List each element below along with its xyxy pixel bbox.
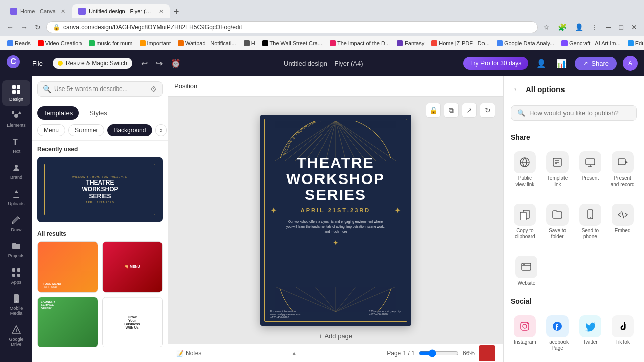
pill-menu[interactable]: Menu bbox=[37, 124, 65, 136]
present-record-btn[interactable]: Present and record bbox=[608, 147, 637, 192]
save-status-btn[interactable]: ⏰ bbox=[168, 57, 184, 70]
account-btn[interactable]: 👤 bbox=[572, 22, 586, 33]
try-pro-btn[interactable]: Try Pro for 30 days bbox=[463, 57, 529, 70]
tab-close-btn[interactable]: ✕ bbox=[61, 8, 65, 15]
bookmark-music[interactable]: music for mum bbox=[86, 39, 135, 47]
notes-btn[interactable]: 📝 Notes bbox=[176, 350, 201, 357]
bookmark-zpdf[interactable]: Home |Z-PDF - Do... bbox=[428, 39, 493, 47]
twitter-btn[interactable]: Twitter bbox=[576, 311, 605, 355]
embed-btn[interactable]: Embed bbox=[608, 200, 637, 244]
bookmark-education[interactable]: Education bbox=[625, 39, 644, 47]
canva-logo[interactable]: C bbox=[6, 55, 20, 72]
pill-more-btn[interactable]: › bbox=[155, 124, 167, 136]
browser-chrome: Home - Canva ✕ Untitled design - Flyer (… bbox=[0, 0, 644, 36]
bookmark-important[interactable]: Important bbox=[137, 39, 174, 47]
canvas-refresh-btn[interactable]: ↻ bbox=[480, 103, 495, 118]
maximize-btn[interactable]: □ bbox=[617, 22, 626, 33]
send-phone-btn[interactable]: Send to phone bbox=[576, 200, 605, 244]
design-poster[interactable]: WILSON & THOMPSON PRESENTS THEATRE WORKS… bbox=[260, 115, 411, 326]
search-input[interactable] bbox=[54, 85, 147, 93]
add-page-btn[interactable]: + Add page bbox=[319, 332, 352, 340]
sidebar-item-elements[interactable]: Elements bbox=[2, 107, 30, 132]
new-tab-btn[interactable]: + bbox=[171, 6, 182, 18]
sidebar-item-uploads[interactable]: Uploads bbox=[2, 185, 30, 210]
bookmark-wsj[interactable]: The Wall Street Cra... bbox=[259, 39, 326, 47]
magic-switch-btn[interactable]: Resize & Magic Switch bbox=[53, 58, 132, 69]
svg-point-59 bbox=[524, 264, 525, 265]
sidebar-item-mobile[interactable]: Mobile Media bbox=[2, 290, 30, 320]
canva-app: C File Resize & Magic Switch ↩ ↪ ⏰ Untit… bbox=[0, 50, 644, 362]
save-folder-btn[interactable]: Save to folder bbox=[543, 200, 572, 244]
sidebar-item-brand[interactable]: Brand bbox=[2, 159, 30, 184]
linkedin-page-btn[interactable]: in LinkedIn Page bbox=[608, 359, 637, 362]
share-btn[interactable]: ↗ Share bbox=[575, 57, 617, 70]
forward-btn[interactable]: → bbox=[18, 22, 30, 33]
linkedin-profile-btn[interactable]: in LinkedIn Profile bbox=[576, 359, 605, 362]
svg-point-58 bbox=[523, 264, 524, 265]
svg-rect-52 bbox=[520, 212, 526, 220]
template-laundry[interactable]: LAUNDRYSERVICEAgency bbox=[37, 297, 98, 347]
bookmark-reads[interactable]: Reads bbox=[4, 39, 34, 47]
file-menu[interactable]: File bbox=[28, 58, 47, 69]
sidebar-item-projects[interactable]: Projects bbox=[2, 237, 30, 262]
template-food-menu-2[interactable]: 🍕 MENU bbox=[102, 241, 163, 293]
bookmark-fantasy[interactable]: Fantasy bbox=[394, 39, 427, 47]
bookmark-video[interactable]: Video Creation bbox=[35, 39, 85, 47]
tab-styles[interactable]: Styles bbox=[83, 106, 113, 120]
filter-icon[interactable]: ⚙ bbox=[150, 85, 157, 93]
pill-summer[interactable]: Summer bbox=[68, 124, 104, 136]
sidebar-item-draw[interactable]: Draw bbox=[2, 211, 30, 236]
tab-templates[interactable]: Templates bbox=[37, 106, 79, 120]
minimize-btn[interactable]: ─ bbox=[604, 22, 614, 33]
extensions-btn[interactable]: 🧩 bbox=[555, 22, 569, 33]
recently-used-section: WILSON & THOMPSON PRESENTS THEATREWORKSH… bbox=[37, 157, 163, 222]
address-bar[interactable]: 🔒 canva.com/design/DAGHVegc8OYMuiPZH82EH… bbox=[46, 21, 538, 33]
zoom-slider[interactable] bbox=[419, 349, 459, 357]
bookmark-wattpad[interactable]: Wattpad - Notificati... bbox=[175, 39, 239, 47]
instagram-btn[interactable]: Instagram bbox=[511, 311, 539, 355]
bookmark-gencraft[interactable]: Gencraft - AI Art Im... bbox=[558, 39, 624, 47]
browser-tab-canva-home[interactable]: Home - Canva ✕ bbox=[4, 4, 71, 18]
canvas-export-btn[interactable]: ↗ bbox=[462, 103, 477, 118]
bookmark-google-data[interactable]: Google Data Analy... bbox=[494, 39, 557, 47]
template-grow-business[interactable]: GrowYourBusinessWith Us bbox=[102, 297, 163, 347]
bookmark-impact[interactable]: The impact of the D... bbox=[327, 39, 393, 47]
back-btn[interactable]: ← bbox=[4, 22, 16, 33]
facebook-story-btn[interactable]: Facebook Story bbox=[511, 359, 539, 362]
topbar-user-icon[interactable]: 👤 bbox=[534, 57, 548, 70]
refresh-btn[interactable]: ↻ bbox=[32, 22, 43, 33]
tab-close-active-btn[interactable]: ✕ bbox=[159, 8, 164, 15]
copy-clipboard-btn[interactable]: Copy to clipboard bbox=[511, 200, 539, 244]
tiktok-label: TikTok bbox=[615, 339, 630, 345]
undo-btn[interactable]: ↩ bbox=[138, 57, 151, 70]
history-buttons: ↩ ↪ ⏰ bbox=[138, 57, 184, 70]
pinterest-btn[interactable]: Pinterest bbox=[543, 359, 572, 362]
bottom-left: 📝 Notes bbox=[176, 350, 201, 357]
menu-btn[interactable]: ⋮ bbox=[589, 22, 601, 33]
user-avatar[interactable]: A bbox=[623, 56, 638, 71]
tiktok-btn[interactable]: TikTok bbox=[608, 311, 637, 355]
website-btn[interactable]: Website bbox=[511, 252, 542, 290]
sidebar-item-text[interactable]: T Text bbox=[2, 133, 30, 158]
sidebar-item-design[interactable]: Design bbox=[2, 80, 30, 106]
theatre-template-thumb[interactable]: WILSON & THOMPSON PRESENTS THEATREWORKSH… bbox=[37, 157, 163, 222]
star-btn[interactable]: ☆ bbox=[541, 22, 552, 33]
right-panel-content: Share Public view link Template link bbox=[504, 126, 644, 362]
template-food-menu-1[interactable]: FOOD MENUFAST FOOD bbox=[37, 241, 98, 293]
sidebar-item-drive[interactable]: Google Drive bbox=[2, 321, 30, 351]
sidebar-item-apps[interactable]: Apps bbox=[2, 263, 30, 289]
present-btn[interactable]: Present bbox=[576, 147, 605, 192]
canvas-lock-btn[interactable]: 🔒 bbox=[426, 103, 441, 118]
topbar-chart-icon[interactable]: 📊 bbox=[554, 57, 569, 70]
browser-tab-untitled[interactable]: Untitled design - Flyer (A4) ✕ bbox=[72, 4, 170, 18]
facebook-page-btn[interactable]: Facebook Page bbox=[543, 311, 572, 355]
redo-btn[interactable]: ↪ bbox=[153, 57, 166, 70]
pill-background[interactable]: Background bbox=[107, 124, 152, 136]
close-btn[interactable]: ✕ bbox=[629, 22, 640, 33]
template-link-btn[interactable]: Template link bbox=[543, 147, 572, 192]
bookmark-h[interactable]: H bbox=[240, 39, 258, 47]
right-panel-back-btn[interactable]: ← bbox=[512, 83, 522, 95]
public-view-link-btn[interactable]: Public view link bbox=[511, 147, 539, 192]
right-search-input[interactable] bbox=[529, 109, 630, 117]
canvas-copy-btn[interactable]: ⧉ bbox=[444, 103, 459, 118]
